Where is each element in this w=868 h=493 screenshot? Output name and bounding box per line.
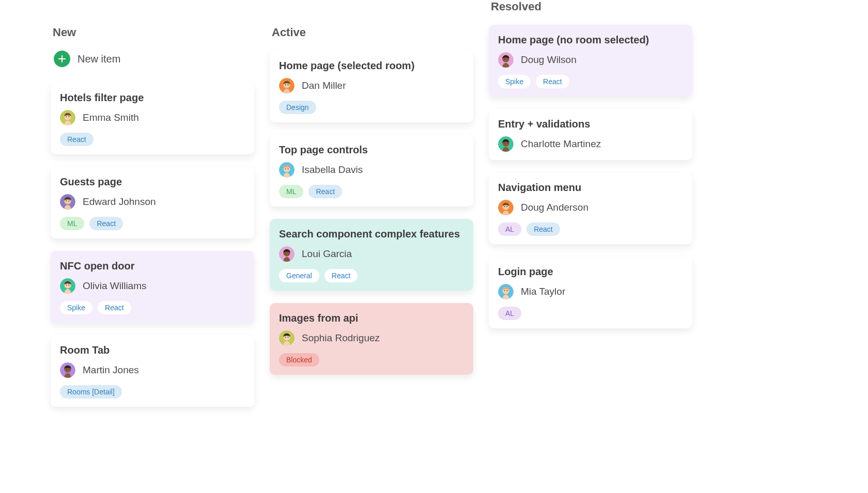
assignee: Edward Johnson xyxy=(60,194,245,210)
new-item-button[interactable]: New item xyxy=(54,51,254,67)
tag-design: Design xyxy=(279,101,316,114)
column-resolved: ResolvedHome page (no room selected) Dou… xyxy=(489,0,692,341)
svg-point-43 xyxy=(507,206,508,207)
tag-spike: Spike xyxy=(498,75,531,88)
task-card[interactable]: Home page (no room selected) Doug Wilson… xyxy=(489,25,692,97)
svg-point-15 xyxy=(69,369,70,370)
task-card[interactable]: Guests page Edward JohnsonMLReact xyxy=(51,167,254,238)
card-title: Guests page xyxy=(60,176,245,188)
tag-react: React xyxy=(526,222,560,236)
assignee-name: Isabella Davis xyxy=(302,164,363,176)
assignee-name: Emma Smith xyxy=(83,112,139,123)
task-card[interactable]: Navigation menu Doug AndersonALReact xyxy=(489,172,692,244)
svg-point-31 xyxy=(288,337,289,338)
card-title: Search component complex features xyxy=(279,228,464,240)
assignee-name: Doug Wilson xyxy=(521,54,577,66)
tag-rooms-detail-: Rooms [Detail] xyxy=(60,385,122,399)
svg-point-34 xyxy=(504,58,505,59)
task-card[interactable]: Hotels filter page Emma SmithReact xyxy=(51,83,254,154)
card-title: Home page (selected room) xyxy=(279,60,464,72)
assignee-name: Sophia Rodriguez xyxy=(302,332,380,344)
tag-ml: ML xyxy=(60,217,84,230)
avatar xyxy=(60,278,75,294)
svg-point-30 xyxy=(285,337,286,338)
svg-point-19 xyxy=(288,84,289,85)
assignee-name: Mia Taylor xyxy=(521,286,565,297)
task-card[interactable]: Home page (selected room) Dan MillerDesi… xyxy=(270,51,473,122)
assignee: Olivia Williams xyxy=(60,278,245,294)
task-card[interactable]: Room Tab Martin JonesRooms [Detail] xyxy=(51,335,254,407)
task-card[interactable]: Entry + validations Charlotte Martinez xyxy=(489,109,692,160)
tag-general: General xyxy=(279,269,319,282)
tag-spike: Spike xyxy=(60,301,92,314)
assignee-name: Edward Johnson xyxy=(83,196,156,208)
card-title: Top page controls xyxy=(279,144,464,156)
tag-row: MLReact xyxy=(279,185,464,198)
svg-point-22 xyxy=(285,168,286,169)
tag-row: SpikeReact xyxy=(498,75,683,88)
assignee: Emma Smith xyxy=(60,110,245,125)
assignee: Isabella Davis xyxy=(279,162,464,178)
svg-point-27 xyxy=(288,252,289,253)
svg-point-18 xyxy=(285,84,286,85)
tag-row: AL xyxy=(498,307,683,320)
avatar xyxy=(60,110,75,125)
tag-al: AL xyxy=(498,222,521,236)
svg-point-39 xyxy=(507,142,508,144)
tag-row: Blocked xyxy=(279,353,464,367)
tag-al: AL xyxy=(498,307,521,320)
svg-point-26 xyxy=(285,252,286,253)
avatar xyxy=(498,200,514,215)
tag-react: React xyxy=(60,133,94,146)
assignee-name: Olivia Williams xyxy=(83,280,147,292)
tag-row: Design xyxy=(279,101,464,114)
task-card[interactable]: Login page Mia TaylorAL xyxy=(489,257,692,328)
assignee: Martin Jones xyxy=(60,362,245,378)
svg-point-47 xyxy=(507,290,508,291)
svg-point-42 xyxy=(504,206,505,207)
svg-point-23 xyxy=(288,168,289,169)
card-title: NFC open door xyxy=(60,260,245,272)
new-item-label: New item xyxy=(78,53,120,65)
avatar xyxy=(60,362,75,378)
tag-ml: ML xyxy=(279,185,303,198)
svg-point-14 xyxy=(66,369,67,370)
task-card[interactable]: NFC open door Olivia WilliamsSpikeReact xyxy=(51,251,254,323)
plus-icon xyxy=(54,51,70,67)
tag-row: ALReact xyxy=(498,222,683,236)
tag-row: SpikeReact xyxy=(60,301,245,314)
assignee-name: Charlotte Martinez xyxy=(521,138,601,150)
assignee-name: Dan Miller xyxy=(302,80,346,91)
column-title-active: Active xyxy=(272,26,473,39)
svg-point-7 xyxy=(69,200,70,201)
card-title: Navigation menu xyxy=(498,182,683,194)
tag-react: React xyxy=(536,75,569,88)
avatar xyxy=(498,52,514,68)
column-active: ActiveHome page (selected room) Dan Mill… xyxy=(270,0,473,387)
svg-point-10 xyxy=(66,284,67,285)
assignee-name: Loui Garcia xyxy=(302,248,352,260)
tag-blocked: Blocked xyxy=(279,353,319,367)
avatar xyxy=(498,284,514,299)
assignee: Mia Taylor xyxy=(498,284,683,299)
svg-point-3 xyxy=(69,116,70,117)
task-card[interactable]: Search component complex features Loui G… xyxy=(270,219,473,291)
avatar xyxy=(279,246,295,262)
task-card[interactable]: Images from api Sophia RodriguezBlocked xyxy=(270,303,473,375)
column-title-new: New xyxy=(53,26,254,39)
tag-react: React xyxy=(308,185,342,198)
task-card[interactable]: Top page controls Isabella DavisMLReact xyxy=(270,135,473,206)
avatar xyxy=(279,78,295,93)
tag-row: React xyxy=(60,133,245,146)
card-title: Images from api xyxy=(279,312,464,324)
assignee: Loui Garcia xyxy=(279,246,464,262)
assignee: Doug Wilson xyxy=(498,52,683,68)
tag-row: Rooms [Detail] xyxy=(60,385,245,399)
svg-point-11 xyxy=(69,284,70,285)
svg-point-2 xyxy=(66,116,67,117)
svg-point-38 xyxy=(504,142,505,144)
svg-point-35 xyxy=(507,58,508,59)
card-title: Login page xyxy=(498,266,683,278)
card-title: Room Tab xyxy=(60,344,245,356)
avatar xyxy=(60,194,75,210)
